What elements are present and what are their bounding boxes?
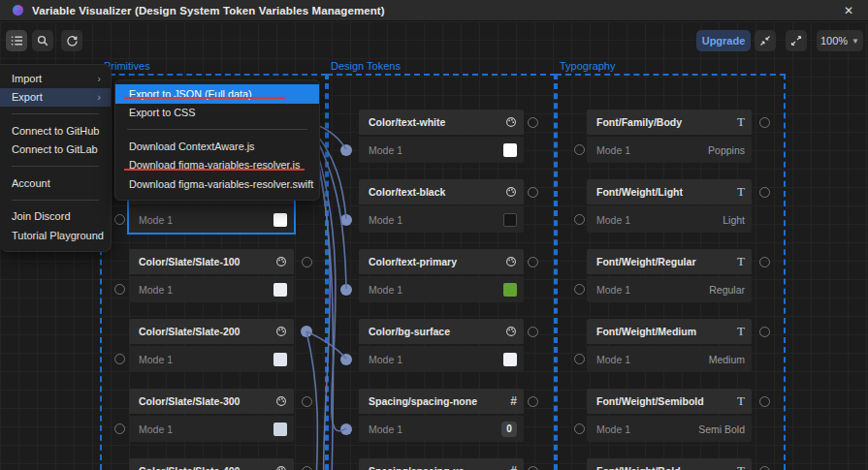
output-port[interactable] xyxy=(528,257,538,267)
input-port[interactable] xyxy=(574,144,585,155)
variable-card[interactable]: Color/Slate/Slate-200Mode 1 xyxy=(129,319,294,372)
menu-item-connect-to-github[interactable]: Connect to GitHub xyxy=(0,121,111,141)
output-port[interactable] xyxy=(528,327,538,337)
variable-card[interactable]: Font/Weight/BoldTMode 1 xyxy=(587,458,752,470)
zoom-level-dropdown[interactable]: 100% ▼ xyxy=(817,30,863,51)
card-title: Font/Weight/Regular xyxy=(596,256,731,267)
input-port[interactable] xyxy=(340,423,352,435)
output-port[interactable] xyxy=(759,327,770,337)
output-port[interactable] xyxy=(528,117,538,128)
color-swatch[interactable] xyxy=(273,213,287,227)
output-port[interactable] xyxy=(759,396,770,407)
mode-label: Mode 1 xyxy=(596,144,708,156)
variable-card[interactable]: Color/Slate/Slate-400Mode 1 xyxy=(129,458,294,470)
menu-item-download-figma-variables-resolver-js[interactable]: Download figma-variables-resolver.js xyxy=(115,156,319,175)
zoom-to-fit-button[interactable] xyxy=(755,30,776,51)
input-port[interactable] xyxy=(340,144,352,156)
menu-item-connect-to-gitlab[interactable]: Connect to GitLab xyxy=(0,141,111,160)
card-title: Color/Slate/Slate-200 xyxy=(139,326,270,337)
menu-item-export[interactable]: Export› xyxy=(0,88,111,108)
input-port[interactable] xyxy=(340,214,352,226)
color-swatch[interactable] xyxy=(503,283,517,297)
annotation-underline-resolver-js xyxy=(124,169,305,171)
input-port[interactable] xyxy=(574,284,585,295)
mode-row: Mode 1Poppins xyxy=(587,137,752,163)
variable-card[interactable]: Font/Weight/RegularTMode 1Regular xyxy=(587,249,752,302)
variable-card[interactable]: Font/Weight/MediumTMode 1Medium xyxy=(587,319,752,372)
menu-item-export-to-css[interactable]: Export to CSS xyxy=(115,104,319,123)
output-port[interactable] xyxy=(528,396,538,407)
input-port[interactable] xyxy=(574,423,585,434)
menu-item-join-discord[interactable]: Join Discord xyxy=(0,207,111,227)
input-port[interactable] xyxy=(114,423,125,434)
variable-card[interactable]: Color/text-primaryMode 1 xyxy=(359,249,524,302)
card-title: Color/text-primary xyxy=(369,256,499,267)
sync-button[interactable] xyxy=(61,30,82,51)
variable-card[interactable]: Color/text-blackMode 1 xyxy=(359,179,524,233)
output-port[interactable] xyxy=(759,187,770,198)
output-port[interactable] xyxy=(302,396,312,407)
variable-card[interactable]: Font/Weight/LightTMode 1Light xyxy=(587,179,752,233)
close-icon[interactable]: ✕ xyxy=(841,3,856,18)
variable-card[interactable]: Color/Slate/Slate-100Mode 1 xyxy=(129,249,294,302)
mode-label: Mode 1 xyxy=(139,214,273,226)
menu-item-import[interactable]: Import› xyxy=(0,69,111,88)
mode-label: Mode 1 xyxy=(139,354,273,365)
card-header: Color/Slate/Slate-300 xyxy=(129,389,294,414)
value-text: Semi Bold xyxy=(698,423,745,435)
mode-label: Mode 1 xyxy=(369,284,503,296)
variable-card[interactable]: Color/text-whiteMode 1 xyxy=(359,110,524,163)
number-value-badge[interactable]: 0 xyxy=(501,422,517,437)
app-logo-icon xyxy=(13,5,23,16)
upgrade-label: Upgrade xyxy=(702,35,746,47)
menu-item-account[interactable]: Account xyxy=(0,173,111,193)
card-header: Color/Slate/Slate-200 xyxy=(129,319,294,344)
mode-label: Mode 1 xyxy=(139,423,273,435)
menu-item-download-contextaware-js[interactable]: Download ContextAware.js xyxy=(115,137,319,156)
input-port[interactable] xyxy=(340,354,352,365)
card-title: Color/Slate/Slate-300 xyxy=(139,395,270,407)
color-swatch[interactable] xyxy=(503,143,517,157)
variable-card[interactable]: Color/bg-surfaceMode 1 xyxy=(359,319,524,372)
input-port[interactable] xyxy=(340,284,352,296)
output-port[interactable] xyxy=(759,257,770,267)
input-port[interactable] xyxy=(574,214,585,225)
variable-card[interactable]: Font/Weight/SemiboldTMode 1Semi Bold xyxy=(587,389,752,442)
card-title: Font/Weight/Medium xyxy=(596,326,731,337)
output-port[interactable] xyxy=(302,466,312,470)
variable-card[interactable]: Color/Slate/Slate-300Mode 1 xyxy=(129,389,294,442)
upgrade-button[interactable]: Upgrade xyxy=(696,30,751,51)
menu-item-tutorial-playground[interactable]: Tutorial Playground xyxy=(0,226,111,245)
palette-icon xyxy=(505,116,517,128)
input-port[interactable] xyxy=(114,354,125,364)
output-port[interactable] xyxy=(759,117,770,128)
variable-card[interactable]: Font/Family/BodyTMode 1Poppins xyxy=(587,110,752,163)
output-port[interactable] xyxy=(759,466,770,470)
output-port[interactable] xyxy=(301,326,312,337)
output-port[interactable] xyxy=(528,187,538,198)
value-text: Regular xyxy=(709,284,745,296)
mode-row: Mode 1 xyxy=(129,346,294,372)
color-swatch[interactable] xyxy=(273,353,287,366)
mode-row: Mode 1 xyxy=(129,206,294,233)
menu-item-download-figma-variables-resolver-swift[interactable]: Download figma-variables-resolver.swift xyxy=(115,174,319,194)
input-port[interactable] xyxy=(114,284,125,295)
variable-card[interactable]: Spacing/spacing-xs#Mode 1 xyxy=(359,458,524,470)
variable-card[interactable]: Spacing/spacing-none#Mode 10 xyxy=(359,389,524,442)
palette-icon xyxy=(275,326,287,337)
menu-divider xyxy=(12,113,99,114)
color-swatch[interactable] xyxy=(503,213,517,227)
color-swatch[interactable] xyxy=(273,423,287,436)
input-port[interactable] xyxy=(574,354,585,364)
text-type-icon: T xyxy=(737,324,745,339)
color-swatch[interactable] xyxy=(503,353,517,366)
input-port[interactable] xyxy=(114,214,125,225)
output-port[interactable] xyxy=(302,257,312,267)
menu-button[interactable] xyxy=(6,30,27,51)
card-title: Color/text-black xyxy=(369,186,499,198)
search-button[interactable] xyxy=(32,30,53,51)
color-swatch[interactable] xyxy=(273,283,287,297)
expand-button[interactable] xyxy=(786,30,807,51)
output-port[interactable] xyxy=(528,466,538,470)
menu-item-export-to-json-full-data[interactable]: Export to JSON (Full data) xyxy=(115,84,319,104)
